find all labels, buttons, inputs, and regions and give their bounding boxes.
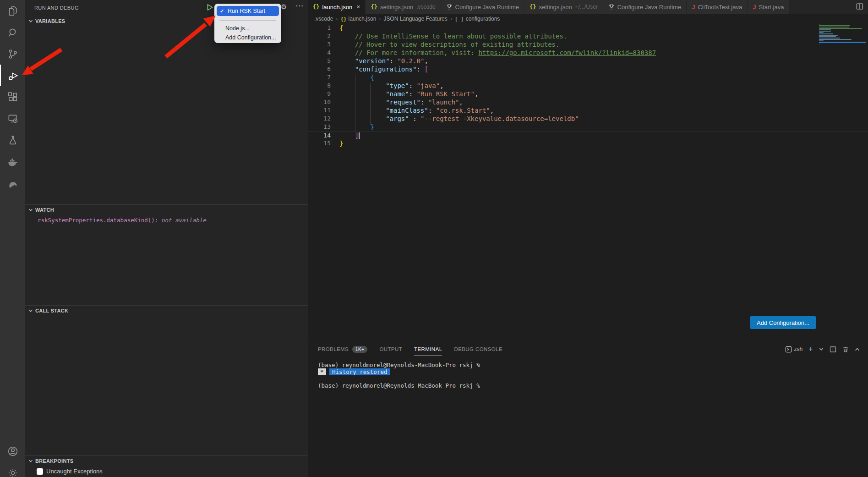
uncaught-exceptions-label: Uncaught Exceptions [46, 468, 103, 475]
minimap-line [819, 29, 831, 30]
more-actions-icon[interactable]: ⋯ [295, 1, 304, 11]
line-number: 13 [308, 123, 331, 131]
uncaught-exceptions-checkbox[interactable] [37, 468, 43, 475]
java-runtime-cup-icon [608, 4, 615, 11]
testing-activity-button[interactable] [0, 129, 25, 151]
menu-item-run-rsk-start[interactable]: ✓ Run RSK Start [217, 6, 279, 16]
code-text: { [339, 24, 343, 32]
indent-guide [355, 75, 355, 133]
menu-item-add-configuration-[interactable]: Add Configuration... [214, 33, 281, 42]
code-text: ] [339, 132, 360, 140]
gradle-activity-button[interactable] [0, 172, 25, 194]
tab-clitoolstest-java[interactable]: JCliToolsTest.java [687, 0, 748, 14]
watch-section: WATCH rskSystemProperties.databaseKind()… [25, 204, 308, 305]
code-line-4[interactable]: 4 // For more information, visit: https:… [308, 49, 868, 57]
minimap-line [819, 33, 833, 34]
watch-expression-row[interactable]: rskSystemProperties.databaseKind(): not … [25, 215, 308, 224]
tab-start-java[interactable]: JStart.java [748, 0, 789, 14]
code-line-10[interactable]: 10 "request": "launch", [308, 98, 868, 106]
split-terminal-icon[interactable] [830, 346, 836, 353]
tab-configure-java-runtime[interactable]: Configure Java Runtime [603, 0, 687, 14]
code-line-14[interactable]: 14 ] [308, 131, 868, 139]
menu-item-node-js-[interactable]: Node.js... [214, 24, 281, 33]
tab-label: Configure Java Runtime [617, 4, 681, 11]
extensions-activity-button[interactable] [0, 86, 25, 108]
source-control-icon [7, 48, 19, 60]
watch-value: not available [162, 217, 207, 224]
run-and-debug-activity-button[interactable] [0, 65, 25, 86]
breadcrumb-item[interactable]: JSON Language Features [383, 16, 447, 22]
new-terminal-icon[interactable]: + [808, 345, 813, 354]
remote-explorer-icon [7, 113, 19, 125]
add-configuration-button[interactable]: Add Configuration... [750, 316, 816, 329]
terminal-dropdown-chevron-icon[interactable] [819, 347, 824, 351]
maximize-panel-chevron-icon[interactable] [855, 347, 860, 352]
tab-launch-json[interactable]: {}launch.json× [308, 0, 366, 14]
check-icon: ✓ [220, 8, 228, 14]
panel-tab-terminal[interactable]: TERMINAL [414, 342, 442, 356]
minimap-line [819, 36, 836, 37]
docker-activity-button[interactable] [0, 151, 25, 172]
code-text: // For more information, visit: https://… [339, 49, 656, 57]
start-debugging-play-icon[interactable] [206, 3, 214, 11]
code-text: "name": "Run RSK Start", [339, 90, 478, 98]
source-control-activity-button[interactable] [0, 43, 25, 65]
tab-configure-java-runtime[interactable]: Configure Java Runtime [441, 0, 524, 14]
panel-tab-output[interactable]: OUTPUT [379, 342, 402, 356]
minimap[interactable] [819, 24, 866, 45]
breadcrumb-item[interactable]: {}launch.json [340, 16, 376, 22]
settings-gear-activity-button[interactable] [0, 462, 25, 477]
chevron-down-icon [27, 457, 34, 465]
debug-settings-gear-icon[interactable]: ⚙ [281, 3, 287, 11]
search-icon [7, 27, 19, 38]
terminal-output[interactable]: (base) reynoldmorel@Reynolds-MacBook-Pro… [318, 362, 480, 389]
chevron-down-icon [27, 206, 34, 214]
code-editor[interactable]: 1{2 // Use IntelliSense to learn about p… [308, 24, 868, 342]
search-activity-button[interactable] [0, 22, 25, 43]
minimap-line [819, 31, 831, 32]
line-number: 6 [308, 65, 331, 73]
breadcrumb: .vscode›{}launch.json›JSON Language Feat… [308, 14, 868, 24]
breadcrumb-item[interactable]: .vscode [314, 16, 333, 22]
code-line-5[interactable]: 5 "version": "0.2.0", [308, 57, 868, 65]
run-and-debug-sidebar: RUN AND DEBUG ⚙ ⋯ VARIABLES WATCH rskSys… [25, 0, 308, 477]
watch-label: WATCH [35, 207, 54, 213]
code-text: } [339, 123, 374, 131]
explorer-activity-button[interactable] [0, 0, 25, 22]
breadcrumb-item[interactable]: [ ]configurations [455, 16, 500, 22]
code-line-3[interactable]: 3 // Hover to view descriptions of exist… [308, 40, 868, 49]
code-line-12[interactable]: 12 "args" : "--regtest -Xkeyvalue.dataso… [308, 115, 868, 123]
java-file-icon: J [753, 4, 756, 11]
code-line-9[interactable]: 9 "name": "Run RSK Start", [308, 90, 868, 98]
watch-section-header[interactable]: WATCH [25, 205, 308, 215]
remote-explorer-activity-button[interactable] [0, 108, 25, 129]
kill-terminal-trash-icon[interactable] [842, 346, 849, 353]
settings-gear-icon [7, 467, 19, 477]
panel-tab-problems[interactable]: PROBLEMS1K+ [318, 342, 367, 356]
breakpoints-section-header[interactable]: BREAKPOINTS [25, 456, 308, 466]
code-line-6[interactable]: 6 "configurations": [ [308, 65, 868, 73]
close-icon[interactable]: × [356, 4, 360, 10]
breakpoints-label: BREAKPOINTS [35, 458, 73, 464]
code-line-7[interactable]: 7 { [308, 73, 868, 82]
terminal-line [318, 375, 480, 382]
gradle-icon [7, 177, 19, 189]
code-line-11[interactable]: 11 "mainClass": "co.rsk.Start", [308, 106, 868, 115]
line-number: 12 [308, 115, 331, 123]
split-editor-icon[interactable] [856, 3, 863, 12]
code-line-2[interactable]: 2 // Use IntelliSense to learn about pos… [308, 32, 868, 40]
call-stack-section-header[interactable]: CALL STACK [25, 306, 308, 316]
code-line-15[interactable]: 15} [308, 139, 868, 148]
code-line-1[interactable]: 1{ [308, 24, 868, 32]
tab-suffix: ~/.../User [575, 4, 598, 10]
panel-tab-label: DEBUG CONSOLE [454, 346, 502, 352]
terminal-shell-selector[interactable]: zsh [785, 346, 802, 353]
code-text: // Hover to view descriptions of existin… [339, 40, 559, 49]
tab-settings-json[interactable]: {}settings.json~/.../User [524, 0, 603, 14]
tab-label: Start.java [759, 4, 784, 11]
tab-settings-json[interactable]: {}settings.json.vscode [366, 0, 441, 14]
code-line-8[interactable]: 8 "type": "java", [308, 82, 868, 90]
accounts-activity-button[interactable] [0, 440, 25, 462]
panel-tab-debug-console[interactable]: DEBUG CONSOLE [454, 342, 502, 356]
code-line-13[interactable]: 13 } [308, 123, 868, 131]
